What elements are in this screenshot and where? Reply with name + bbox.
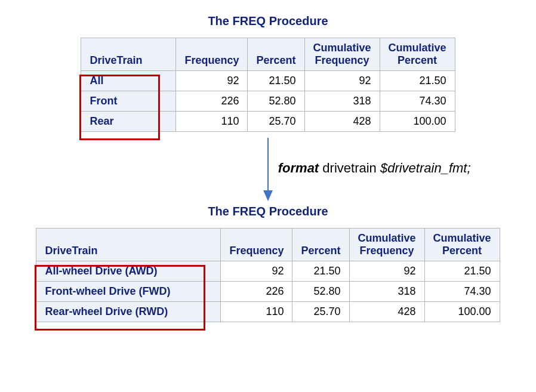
cell-cfreq: 318 [349, 282, 424, 302]
bottom-table-wrap: DriveTrain Frequency Percent CumulativeF… [36, 228, 500, 322]
top-table-wrap: DriveTrain Frequency Percent CumulativeF… [81, 38, 455, 132]
cell-cpct: 21.50 [380, 71, 455, 91]
cell-pct: 21.50 [292, 261, 349, 282]
freq-table-bottom: DriveTrain Frequency Percent CumulativeF… [36, 228, 500, 322]
cell-cpct: 21.50 [424, 261, 500, 282]
table-row: All-wheel Drive (AWD) 92 21.50 92 21.50 [36, 261, 500, 282]
col-frequency: Frequency [176, 38, 248, 71]
cell-cfreq: 318 [304, 91, 380, 112]
proc-title-bottom: The FREQ Procedure [36, 205, 500, 218]
proc-title-top: The FREQ Procedure [81, 14, 455, 28]
cell-cfreq: 92 [349, 261, 424, 282]
col-drivetrain: DriveTrain [81, 38, 176, 71]
table-row: Rear 110 25.70 428 100.00 [81, 112, 455, 132]
cell-pct: 25.70 [292, 302, 349, 322]
cell-freq: 226 [176, 91, 248, 112]
cell-cpct: 74.30 [424, 282, 500, 302]
row-label: All [81, 71, 176, 91]
cell-cfreq: 428 [304, 112, 380, 132]
cell-cpct: 74.30 [380, 91, 455, 112]
row-label: All-wheel Drive (AWD) [36, 261, 221, 282]
cell-pct: 52.80 [248, 91, 304, 112]
col-cum-pct: CumulativePercent [424, 229, 500, 261]
table-row: Front-wheel Drive (FWD) 226 52.80 318 74… [36, 282, 500, 302]
col-drivetrain: DriveTrain [36, 229, 221, 261]
cell-cpct: 100.00 [380, 112, 455, 132]
down-arrow-icon [259, 137, 277, 202]
cell-pct: 25.70 [248, 112, 304, 132]
table-row: All 92 21.50 92 21.50 [81, 71, 455, 91]
col-cum-freq: CumulativeFrequency [304, 38, 380, 71]
arrow-area: format drivetrain $drivetrain_fmt; [18, 137, 518, 202]
cell-freq: 92 [176, 71, 248, 91]
format-var: drivetrain [322, 160, 376, 175]
col-cum-pct: CumulativePercent [380, 38, 455, 71]
row-label: Rear [81, 112, 176, 132]
row-label: Front-wheel Drive (FWD) [36, 282, 221, 302]
cell-cpct: 100.00 [424, 302, 500, 322]
header-row: DriveTrain Frequency Percent CumulativeF… [36, 229, 500, 261]
row-label: Front [81, 91, 176, 112]
col-percent: Percent [292, 229, 349, 261]
cell-cfreq: 428 [349, 302, 424, 322]
format-keyword: format [278, 160, 319, 175]
format-fmt: $drivetrain_fmt; [380, 160, 471, 175]
cell-freq: 92 [221, 261, 292, 282]
cell-freq: 110 [221, 302, 292, 322]
format-statement: format drivetrain $drivetrain_fmt; [278, 160, 471, 176]
cell-pct: 52.80 [292, 282, 349, 302]
col-cum-freq: CumulativeFrequency [349, 229, 424, 261]
table-row: Front 226 52.80 318 74.30 [81, 91, 455, 112]
cell-pct: 21.50 [248, 71, 304, 91]
cell-freq: 226 [221, 282, 292, 302]
cell-cfreq: 92 [304, 71, 380, 91]
col-frequency: Frequency [221, 229, 292, 261]
cell-freq: 110 [176, 112, 248, 132]
row-label: Rear-wheel Drive (RWD) [36, 302, 221, 322]
table-row: Rear-wheel Drive (RWD) 110 25.70 428 100… [36, 302, 500, 322]
freq-table-top: DriveTrain Frequency Percent CumulativeF… [81, 38, 455, 132]
col-percent: Percent [248, 38, 304, 71]
header-row: DriveTrain Frequency Percent CumulativeF… [81, 38, 455, 71]
svg-marker-1 [263, 190, 273, 201]
